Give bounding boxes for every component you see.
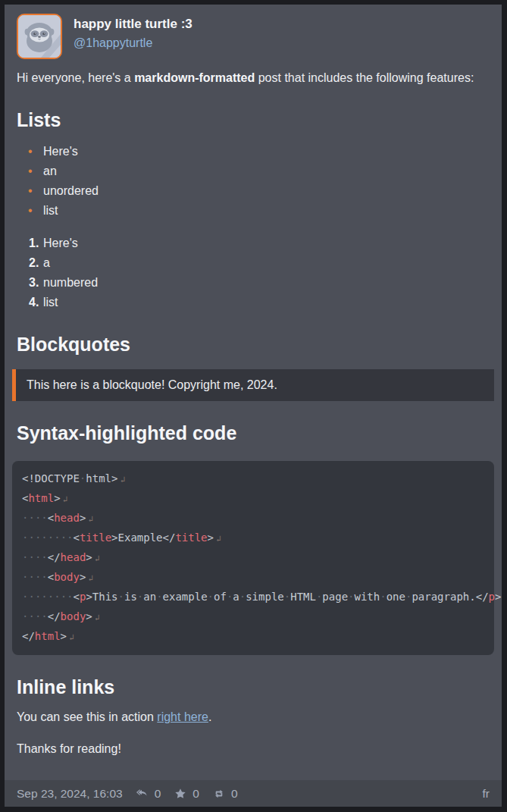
right-here-link[interactable]: right here: [157, 710, 208, 723]
post-content: happy little turtle :3 @1happyturtle Hi …: [5, 5, 502, 780]
language-tag: fr: [483, 787, 490, 801]
code-block: <!DOCTYPE·html>↲<html>↲····<head>↲······…: [12, 461, 494, 655]
link-sentence-after: .: [208, 710, 211, 723]
author-identity: happy little turtle :3 @1happyturtle: [74, 14, 192, 52]
reply-all-icon: [136, 787, 149, 801]
list-item: 3. numbered: [29, 273, 494, 293]
intro-text-after: post that includes the following feature…: [255, 71, 474, 84]
list-item: •an: [28, 161, 494, 181]
reply-count: 0: [155, 787, 161, 801]
retweet-icon: [212, 787, 226, 801]
intro-bold-text: markdown-formatted: [134, 71, 255, 84]
author-display-name[interactable]: happy little turtle :3: [74, 16, 192, 33]
post-card: happy little turtle :3 @1happyturtle Hi …: [5, 5, 502, 807]
code-line: ········<title>Example</title>↲: [22, 528, 484, 548]
favourite-count: 0: [192, 787, 199, 801]
sloth-avatar-image: [18, 15, 61, 58]
reply-button[interactable]: 0: [136, 787, 161, 801]
star-icon: [174, 787, 187, 801]
timestamp[interactable]: Sep 23, 2024, 16:03: [17, 787, 123, 801]
code-line: </html>↲: [22, 627, 484, 647]
post-footer: Sep 23, 2024, 16:03 0 0 0 fr: [5, 780, 502, 807]
favourite-button[interactable]: 0: [174, 787, 199, 801]
ordered-list: 1. Here's2. a3. numbered4. list: [12, 234, 494, 312]
intro-text: Hi everyone, here's a: [17, 71, 134, 84]
boost-count: 0: [231, 787, 238, 801]
author-handle[interactable]: @1happyturtle: [74, 34, 192, 52]
list-item: •Here's: [28, 142, 494, 161]
list-item: •list: [28, 201, 494, 221]
code-line: ····</head>↲: [22, 548, 484, 568]
lists-heading: Lists: [17, 109, 490, 131]
blockquotes-heading: Blockquotes: [17, 334, 490, 356]
boost-button[interactable]: 0: [212, 787, 238, 801]
avatar[interactable]: [17, 14, 62, 59]
code-line: <!DOCTYPE·html>↲: [22, 469, 484, 489]
outro-paragraph: Thanks for reading!: [17, 739, 490, 759]
code-line: ····</body>↲: [22, 607, 484, 627]
link-sentence-before: You can see this in action: [17, 710, 157, 723]
code-line: <html>↲: [22, 489, 484, 509]
code-line: ········<p>This·is·an·example·of·a·simpl…: [22, 588, 484, 607]
list-item: 2. a: [29, 253, 494, 273]
intro-paragraph: Hi everyone, here's a markdown-formatted…: [17, 68, 490, 88]
post-header: happy little turtle :3 @1happyturtle: [12, 5, 494, 59]
blockquote: This here is a blockquote! Copyright me,…: [12, 369, 494, 401]
list-item: 4. list: [29, 293, 494, 312]
list-item: 1. Here's: [29, 234, 494, 253]
code-line: ····<head>↲: [22, 509, 484, 528]
unordered-list: •Here's•an•unordered•list: [12, 142, 494, 221]
links-paragraph: You can see this in action right here.: [17, 707, 490, 727]
code-heading: Syntax-highlighted code: [17, 422, 490, 444]
inline-links-heading: Inline links: [17, 676, 490, 698]
code-line: ····<body>↲: [22, 568, 484, 588]
list-item: •unordered: [28, 181, 494, 201]
